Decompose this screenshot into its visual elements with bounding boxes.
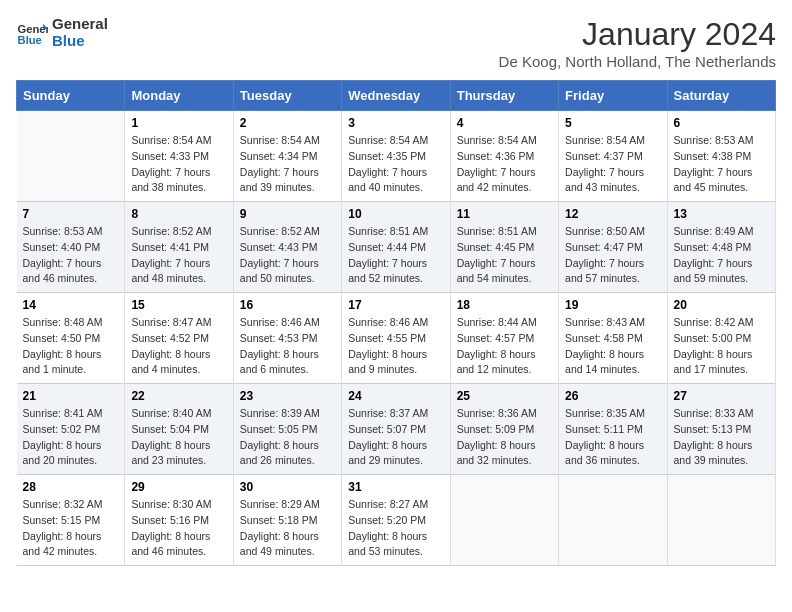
calendar-cell: 16Sunrise: 8:46 AMSunset: 4:53 PMDayligh… xyxy=(233,293,341,384)
calendar-week-2: 7Sunrise: 8:53 AMSunset: 4:40 PMDaylight… xyxy=(17,202,776,293)
day-info: Sunrise: 8:53 AMSunset: 4:40 PMDaylight:… xyxy=(23,224,119,287)
day-info: Sunrise: 8:52 AMSunset: 4:41 PMDaylight:… xyxy=(131,224,226,287)
day-number: 28 xyxy=(23,480,119,494)
main-title: January 2024 xyxy=(499,16,776,53)
day-info: Sunrise: 8:51 AMSunset: 4:45 PMDaylight:… xyxy=(457,224,552,287)
day-info: Sunrise: 8:35 AMSunset: 5:11 PMDaylight:… xyxy=(565,406,660,469)
day-number: 3 xyxy=(348,116,443,130)
calendar-cell: 17Sunrise: 8:46 AMSunset: 4:55 PMDayligh… xyxy=(342,293,450,384)
day-number: 6 xyxy=(674,116,769,130)
day-info: Sunrise: 8:33 AMSunset: 5:13 PMDaylight:… xyxy=(674,406,769,469)
day-number: 29 xyxy=(131,480,226,494)
day-number: 27 xyxy=(674,389,769,403)
calendar-cell: 20Sunrise: 8:42 AMSunset: 5:00 PMDayligh… xyxy=(667,293,775,384)
calendar-cell: 9Sunrise: 8:52 AMSunset: 4:43 PMDaylight… xyxy=(233,202,341,293)
calendar-cell: 30Sunrise: 8:29 AMSunset: 5:18 PMDayligh… xyxy=(233,475,341,566)
calendar-cell: 18Sunrise: 8:44 AMSunset: 4:57 PMDayligh… xyxy=(450,293,558,384)
day-number: 9 xyxy=(240,207,335,221)
day-info: Sunrise: 8:37 AMSunset: 5:07 PMDaylight:… xyxy=(348,406,443,469)
day-number: 2 xyxy=(240,116,335,130)
calendar-body: 1Sunrise: 8:54 AMSunset: 4:33 PMDaylight… xyxy=(17,111,776,566)
day-info: Sunrise: 8:40 AMSunset: 5:04 PMDaylight:… xyxy=(131,406,226,469)
calendar-header: SundayMondayTuesdayWednesdayThursdayFrid… xyxy=(17,81,776,111)
calendar-cell: 3Sunrise: 8:54 AMSunset: 4:35 PMDaylight… xyxy=(342,111,450,202)
calendar-cell xyxy=(559,475,667,566)
calendar-cell: 27Sunrise: 8:33 AMSunset: 5:13 PMDayligh… xyxy=(667,384,775,475)
day-number: 14 xyxy=(23,298,119,312)
day-info: Sunrise: 8:27 AMSunset: 5:20 PMDaylight:… xyxy=(348,497,443,560)
day-info: Sunrise: 8:42 AMSunset: 5:00 PMDaylight:… xyxy=(674,315,769,378)
calendar-cell: 7Sunrise: 8:53 AMSunset: 4:40 PMDaylight… xyxy=(17,202,125,293)
weekday-header-tuesday: Tuesday xyxy=(233,81,341,111)
day-info: Sunrise: 8:36 AMSunset: 5:09 PMDaylight:… xyxy=(457,406,552,469)
calendar-cell: 22Sunrise: 8:40 AMSunset: 5:04 PMDayligh… xyxy=(125,384,233,475)
day-info: Sunrise: 8:43 AMSunset: 4:58 PMDaylight:… xyxy=(565,315,660,378)
calendar-week-3: 14Sunrise: 8:48 AMSunset: 4:50 PMDayligh… xyxy=(17,293,776,384)
day-info: Sunrise: 8:54 AMSunset: 4:33 PMDaylight:… xyxy=(131,133,226,196)
day-number: 24 xyxy=(348,389,443,403)
day-number: 19 xyxy=(565,298,660,312)
day-info: Sunrise: 8:54 AMSunset: 4:35 PMDaylight:… xyxy=(348,133,443,196)
calendar-cell: 1Sunrise: 8:54 AMSunset: 4:33 PMDaylight… xyxy=(125,111,233,202)
day-info: Sunrise: 8:48 AMSunset: 4:50 PMDaylight:… xyxy=(23,315,119,378)
day-number: 12 xyxy=(565,207,660,221)
day-number: 23 xyxy=(240,389,335,403)
calendar-table: SundayMondayTuesdayWednesdayThursdayFrid… xyxy=(16,80,776,566)
day-number: 21 xyxy=(23,389,119,403)
calendar-cell: 8Sunrise: 8:52 AMSunset: 4:41 PMDaylight… xyxy=(125,202,233,293)
day-info: Sunrise: 8:44 AMSunset: 4:57 PMDaylight:… xyxy=(457,315,552,378)
calendar-cell: 26Sunrise: 8:35 AMSunset: 5:11 PMDayligh… xyxy=(559,384,667,475)
calendar-cell xyxy=(667,475,775,566)
weekday-header-friday: Friday xyxy=(559,81,667,111)
day-number: 26 xyxy=(565,389,660,403)
svg-text:Blue: Blue xyxy=(18,34,42,46)
calendar-cell: 29Sunrise: 8:30 AMSunset: 5:16 PMDayligh… xyxy=(125,475,233,566)
calendar-cell: 28Sunrise: 8:32 AMSunset: 5:15 PMDayligh… xyxy=(17,475,125,566)
day-info: Sunrise: 8:47 AMSunset: 4:52 PMDaylight:… xyxy=(131,315,226,378)
calendar-cell: 23Sunrise: 8:39 AMSunset: 5:05 PMDayligh… xyxy=(233,384,341,475)
day-info: Sunrise: 8:46 AMSunset: 4:53 PMDaylight:… xyxy=(240,315,335,378)
day-number: 13 xyxy=(674,207,769,221)
day-info: Sunrise: 8:32 AMSunset: 5:15 PMDaylight:… xyxy=(23,497,119,560)
day-number: 31 xyxy=(348,480,443,494)
calendar-cell: 21Sunrise: 8:41 AMSunset: 5:02 PMDayligh… xyxy=(17,384,125,475)
title-block: January 2024 De Koog, North Holland, The… xyxy=(499,16,776,70)
calendar-cell: 10Sunrise: 8:51 AMSunset: 4:44 PMDayligh… xyxy=(342,202,450,293)
calendar-cell: 19Sunrise: 8:43 AMSunset: 4:58 PMDayligh… xyxy=(559,293,667,384)
day-info: Sunrise: 8:39 AMSunset: 5:05 PMDaylight:… xyxy=(240,406,335,469)
day-info: Sunrise: 8:50 AMSunset: 4:47 PMDaylight:… xyxy=(565,224,660,287)
page-header: General Blue General Blue January 2024 D… xyxy=(16,16,776,70)
calendar-cell xyxy=(450,475,558,566)
day-number: 10 xyxy=(348,207,443,221)
weekday-header-wednesday: Wednesday xyxy=(342,81,450,111)
day-number: 16 xyxy=(240,298,335,312)
calendar-cell: 25Sunrise: 8:36 AMSunset: 5:09 PMDayligh… xyxy=(450,384,558,475)
weekday-header-monday: Monday xyxy=(125,81,233,111)
calendar-week-1: 1Sunrise: 8:54 AMSunset: 4:33 PMDaylight… xyxy=(17,111,776,202)
calendar-cell: 24Sunrise: 8:37 AMSunset: 5:07 PMDayligh… xyxy=(342,384,450,475)
day-number: 4 xyxy=(457,116,552,130)
calendar-cell: 6Sunrise: 8:53 AMSunset: 4:38 PMDaylight… xyxy=(667,111,775,202)
logo: General Blue General Blue xyxy=(16,16,108,49)
day-number: 15 xyxy=(131,298,226,312)
calendar-cell: 31Sunrise: 8:27 AMSunset: 5:20 PMDayligh… xyxy=(342,475,450,566)
day-number: 7 xyxy=(23,207,119,221)
calendar-week-5: 28Sunrise: 8:32 AMSunset: 5:15 PMDayligh… xyxy=(17,475,776,566)
weekday-header-saturday: Saturday xyxy=(667,81,775,111)
day-info: Sunrise: 8:53 AMSunset: 4:38 PMDaylight:… xyxy=(674,133,769,196)
day-info: Sunrise: 8:52 AMSunset: 4:43 PMDaylight:… xyxy=(240,224,335,287)
calendar-cell: 14Sunrise: 8:48 AMSunset: 4:50 PMDayligh… xyxy=(17,293,125,384)
day-info: Sunrise: 8:41 AMSunset: 5:02 PMDaylight:… xyxy=(23,406,119,469)
calendar-cell: 12Sunrise: 8:50 AMSunset: 4:47 PMDayligh… xyxy=(559,202,667,293)
calendar-cell: 5Sunrise: 8:54 AMSunset: 4:37 PMDaylight… xyxy=(559,111,667,202)
calendar-cell: 15Sunrise: 8:47 AMSunset: 4:52 PMDayligh… xyxy=(125,293,233,384)
day-number: 8 xyxy=(131,207,226,221)
day-number: 18 xyxy=(457,298,552,312)
day-info: Sunrise: 8:54 AMSunset: 4:37 PMDaylight:… xyxy=(565,133,660,196)
calendar-cell: 13Sunrise: 8:49 AMSunset: 4:48 PMDayligh… xyxy=(667,202,775,293)
day-info: Sunrise: 8:46 AMSunset: 4:55 PMDaylight:… xyxy=(348,315,443,378)
day-number: 1 xyxy=(131,116,226,130)
calendar-week-4: 21Sunrise: 8:41 AMSunset: 5:02 PMDayligh… xyxy=(17,384,776,475)
day-info: Sunrise: 8:54 AMSunset: 4:36 PMDaylight:… xyxy=(457,133,552,196)
calendar-cell: 4Sunrise: 8:54 AMSunset: 4:36 PMDaylight… xyxy=(450,111,558,202)
